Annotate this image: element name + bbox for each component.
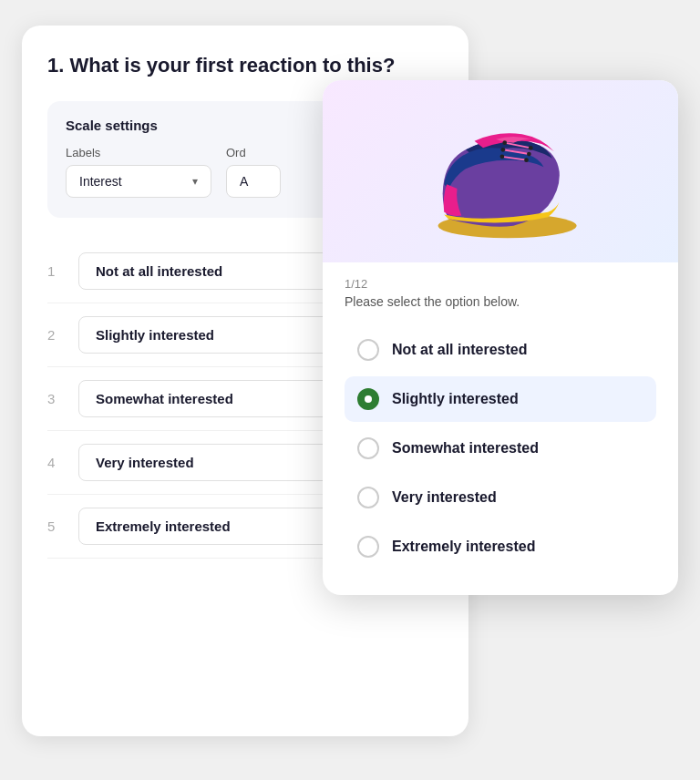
svg-point-4	[502, 140, 507, 145]
labels-dropdown[interactable]: Interest ▾	[66, 165, 211, 198]
question-title: 1. What is your first reaction to this?	[47, 53, 443, 79]
svg-point-5	[529, 146, 533, 150]
radio-option[interactable]: Very interested	[345, 475, 656, 520]
labels-col-header: Labels	[66, 146, 211, 159]
scale-item-number: 1	[47, 263, 64, 279]
radio-option[interactable]: Not at all interested	[345, 327, 656, 373]
radio-circle	[357, 437, 379, 459]
radio-option[interactable]: Extremely interested	[345, 524, 656, 570]
page-container: 1. What is your first reaction to this? …	[22, 26, 678, 754]
survey-progress: 1/12	[345, 277, 656, 291]
svg-point-8	[500, 154, 505, 159]
svg-point-9	[524, 158, 529, 162]
survey-options-list: Not at all interestedSlightly interested…	[345, 327, 656, 570]
labels-col: Labels Interest ▾	[66, 146, 211, 198]
chevron-down-icon: ▾	[192, 175, 198, 188]
radio-option[interactable]: Somewhat interested	[345, 426, 656, 471]
scale-item-number: 5	[47, 518, 64, 534]
survey-card: 1/12 Please select the option below. Not…	[323, 80, 678, 595]
order-value: A	[226, 165, 281, 198]
survey-instruction: Please select the option below.	[345, 294, 656, 309]
radio-circle	[357, 388, 379, 410]
scale-item-number: 3	[47, 391, 64, 406]
product-image-area	[323, 80, 678, 262]
shoe-illustration	[414, 94, 587, 249]
survey-content: 1/12 Please select the option below. Not…	[323, 262, 678, 570]
radio-label: Very interested	[392, 489, 497, 506]
radio-circle	[357, 487, 379, 508]
svg-point-6	[500, 148, 505, 152]
radio-option[interactable]: Slightly interested	[345, 376, 656, 422]
labels-dropdown-value: Interest	[79, 174, 122, 189]
radio-label: Not at all interested	[392, 342, 527, 358]
scale-item-number: 2	[47, 327, 64, 343]
radio-circle	[357, 339, 379, 361]
scale-item-number: 4	[47, 455, 64, 470]
radio-circle	[357, 536, 379, 558]
svg-point-7	[527, 152, 531, 157]
radio-label: Slightly interested	[392, 391, 519, 407]
radio-label: Somewhat interested	[392, 440, 539, 457]
radio-label: Extremely interested	[392, 539, 535, 555]
